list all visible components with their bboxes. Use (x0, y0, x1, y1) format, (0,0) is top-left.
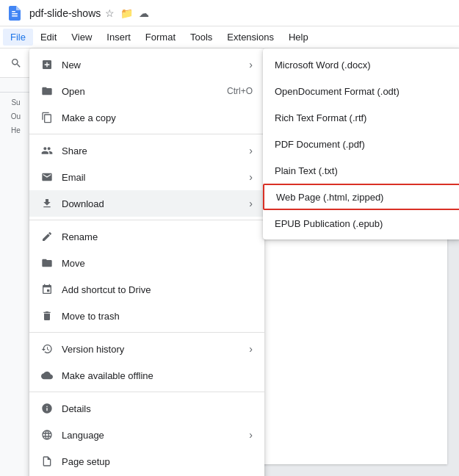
search-icon (10, 57, 22, 69)
language-arrow-icon: › (249, 429, 253, 441)
share-icon (38, 142, 56, 159)
sidebar-label2: Ou (0, 109, 32, 123)
menu-item-open[interactable]: Open Ctrl+O (29, 78, 264, 104)
menu-email-label: Email (62, 172, 243, 183)
menu-rename-label: Rename (62, 231, 253, 242)
version-arrow-icon: › (249, 343, 253, 355)
menu-item-shortcut[interactable]: Add shortcut to Drive (29, 276, 264, 303)
new-icon (38, 56, 56, 73)
divider-3 (29, 332, 264, 333)
download-rtf-label: Rich Text Format (.rtf) (275, 112, 366, 123)
download-icon (38, 195, 56, 212)
menu-language-label: Language (62, 430, 243, 441)
shortcut-icon (38, 281, 56, 298)
new-arrow-icon: › (249, 59, 253, 71)
menu-file[interactable]: File (3, 29, 33, 46)
menu-view[interactable]: View (64, 29, 99, 46)
download-odt-label: OpenDocument Format (.odt) (275, 86, 400, 97)
download-epub[interactable]: EPUB Publication (.epub) (263, 210, 459, 237)
email-icon (38, 168, 56, 186)
menu-share-label: Share (62, 145, 243, 156)
menu-new-label: New (62, 60, 243, 71)
menu-item-download[interactable]: Download › (29, 190, 264, 217)
menu-item-trash[interactable]: Move to trash (29, 303, 264, 329)
svg-rect-1 (12, 15, 18, 17)
download-txt-label: Plain Text (.txt) (275, 165, 338, 176)
details-icon (38, 400, 56, 417)
share-arrow-icon: › (249, 145, 253, 156)
menu-details-label: Details (62, 403, 253, 414)
open-shortcut: Ctrl+O (227, 86, 253, 96)
svg-rect-2 (12, 11, 15, 12)
menu-item-move[interactable]: Move (29, 250, 264, 276)
menu-trash-label: Move to trash (62, 311, 253, 322)
move-icon (38, 254, 56, 272)
folder-icon[interactable]: 📁 (120, 7, 133, 19)
version-icon (38, 340, 56, 358)
open-icon (38, 82, 56, 100)
menu-item-offline[interactable]: Make available offline (29, 362, 264, 389)
menu-bar: File Edit View Insert Format Tools Exten… (0, 26, 459, 48)
download-odt[interactable]: OpenDocument Format (.odt) (263, 78, 459, 104)
menu-extensions[interactable]: Extensions (220, 29, 281, 46)
menu-item-share[interactable]: Share › (29, 137, 264, 164)
title-bar: pdf-slide-shows ☆ 📁 ☁ (0, 0, 459, 26)
cloud-icon[interactable]: ☁ (139, 7, 149, 19)
menu-item-details[interactable]: Details (29, 395, 264, 422)
download-txt[interactable]: Plain Text (.txt) (263, 157, 459, 184)
menu-tools[interactable]: Tools (183, 29, 220, 46)
menu-shortcut-label: Add shortcut to Drive (62, 284, 253, 295)
menu-format[interactable]: Format (138, 29, 183, 46)
email-arrow-icon: › (249, 171, 253, 183)
download-rtf[interactable]: Rich Text Format (.rtf) (263, 104, 459, 131)
trash-icon (38, 307, 56, 325)
title-icons: ☆ 📁 ☁ (105, 7, 149, 19)
sidebar-label3: He (0, 123, 32, 137)
download-submenu[interactable]: Microsoft Word (.docx) OpenDocument Form… (263, 48, 459, 239)
menu-item-email[interactable]: Email › (29, 164, 264, 190)
app-logo (6, 4, 24, 22)
menu-pagesetup-label: Page setup (62, 456, 253, 467)
star-icon[interactable]: ☆ (105, 7, 115, 19)
menu-move-label: Move (62, 258, 253, 269)
download-epub-label: EPUB Publication (.epub) (275, 218, 383, 229)
menu-open-label: Open (62, 86, 227, 97)
offline-icon (38, 367, 56, 384)
download-docx-label: Microsoft Word (.docx) (275, 60, 371, 71)
copy-icon (38, 109, 56, 126)
divider-1 (29, 134, 264, 134)
menu-copy-label: Make a copy (62, 112, 253, 123)
document-title: pdf-slide-shows (29, 7, 101, 19)
menu-item-copy[interactable]: Make a copy (29, 104, 264, 131)
download-arrow-icon: › (249, 198, 253, 209)
download-pdf-label: PDF Document (.pdf) (275, 139, 365, 150)
menu-download-label: Download (62, 198, 243, 209)
divider-4 (29, 392, 264, 392)
menu-item-pagesetup[interactable]: Page setup (29, 448, 264, 475)
sidebar-label: Su (0, 95, 32, 109)
menu-insert[interactable]: Insert (99, 29, 138, 46)
download-html-label: Web Page (.html, zipped) (276, 192, 383, 203)
download-pdf[interactable]: PDF Document (.pdf) (263, 131, 459, 157)
menu-item-rename[interactable]: Rename (29, 223, 264, 250)
language-icon (38, 426, 56, 444)
menu-item-new[interactable]: New › (29, 51, 264, 78)
ruler-sidebar-spacer (0, 78, 32, 92)
download-docx[interactable]: Microsoft Word (.docx) (263, 51, 459, 78)
menu-help[interactable]: Help (281, 29, 316, 46)
pagesetup-icon (38, 452, 56, 470)
svg-rect-0 (12, 13, 18, 15)
menu-item-language[interactable]: Language › (29, 422, 264, 448)
download-html[interactable]: Web Page (.html, zipped) (263, 184, 459, 210)
rename-icon (38, 228, 56, 245)
file-menu-dropdown[interactable]: New › Open Ctrl+O Make a copy Share › (29, 48, 264, 476)
sidebar-panel: Su Ou He (0, 93, 32, 476)
menu-edit[interactable]: Edit (33, 29, 64, 46)
divider-2 (29, 220, 264, 220)
menu-version-label: Version history (62, 344, 243, 355)
menu-offline-label: Make available offline (62, 370, 253, 381)
search-button[interactable] (6, 53, 26, 73)
menu-item-version[interactable]: Version history › (29, 336, 264, 362)
